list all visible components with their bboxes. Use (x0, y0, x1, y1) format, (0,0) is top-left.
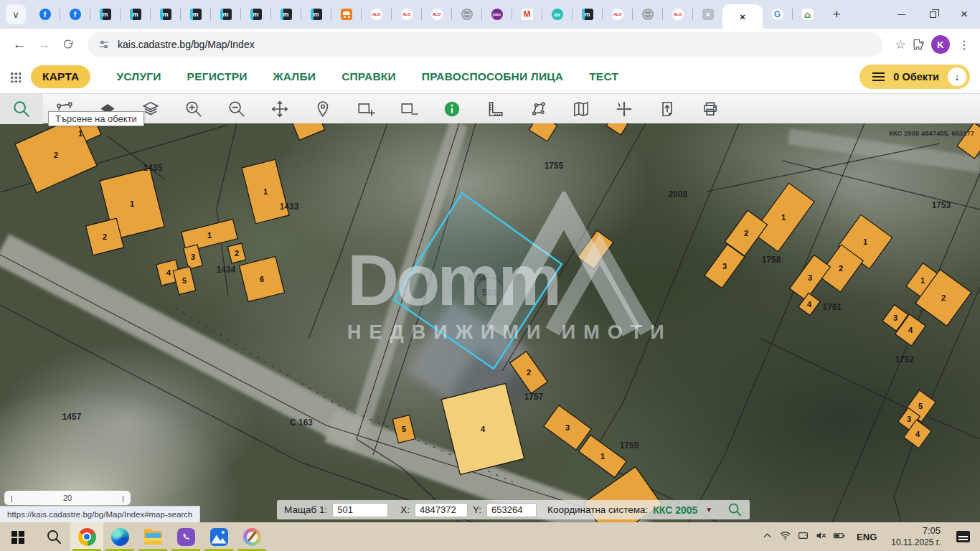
menu-item-услуги[interactable]: УСЛУГИ (116, 70, 161, 83)
site-info-icon[interactable] (98, 38, 110, 51)
parcel-number: 1435 (143, 163, 163, 173)
url-text[interactable]: kais.cadastre.bg/bg/Map/Index (118, 39, 255, 50)
building[interactable] (293, 123, 325, 140)
profile-avatar[interactable]: K (931, 35, 950, 54)
taskbar-chrome-button[interactable] (70, 522, 103, 551)
download-arrow-icon[interactable]: ↓ (948, 67, 966, 86)
tool-pan[interactable] (258, 94, 301, 124)
browser-tab[interactable]: M (512, 0, 542, 29)
browser-tab[interactable]: olx (542, 0, 572, 29)
tab-search-button[interactable]: ∨ (6, 4, 26, 24)
scale-input[interactable] (332, 503, 388, 517)
browser-tab[interactable]: m (90, 0, 120, 29)
tool-zoom-in[interactable] (172, 94, 215, 124)
bookmark-star-icon[interactable]: ☆ (890, 37, 911, 52)
browser-tab[interactable]: m (301, 0, 331, 29)
window-controls: × (885, 0, 980, 29)
close-button[interactable]: × (948, 0, 980, 29)
menu-item-регистри[interactable]: РЕГИСТРИ (187, 70, 248, 83)
building[interactable] (529, 123, 557, 141)
forward-button[interactable]: → (32, 32, 56, 57)
tool-measure-area[interactable] (517, 94, 560, 124)
tool-export[interactable] (646, 94, 689, 124)
device-icon[interactable] (796, 529, 810, 542)
browser-tab[interactable]: f (60, 0, 90, 29)
browser-tab[interactable]: m (181, 0, 210, 29)
tool-print[interactable] (689, 94, 732, 124)
new-tab-button[interactable]: + (826, 4, 847, 24)
browser-tab[interactable]: m (241, 0, 270, 29)
browser-tab[interactable]: m (573, 0, 602, 29)
taskbar-photos-button[interactable] (202, 522, 235, 551)
browser-tab[interactable]: ALO (422, 0, 451, 29)
back-button[interactable]: ← (7, 32, 32, 57)
browser-tab[interactable]: f (30, 0, 60, 29)
building-number: 2 (235, 249, 239, 258)
menu-item-тест[interactable]: ТЕСТ (589, 70, 618, 83)
tool-coordinate-grid[interactable] (603, 94, 646, 124)
objects-button[interactable]: 0 Обекти ↓ (859, 65, 970, 89)
taskbar-paint-button[interactable] (235, 522, 268, 551)
building-number: 3 (893, 314, 897, 322)
browser-tab[interactable] (331, 0, 361, 29)
wifi-icon[interactable] (778, 529, 792, 542)
restore-icon (930, 11, 936, 18)
action-center-icon[interactable] (956, 531, 970, 542)
tool-identify-info[interactable] (430, 94, 473, 124)
chevron-up-icon[interactable] (760, 529, 774, 542)
menu-item-карта[interactable]: КАРТА (31, 65, 90, 88)
extensions-icon[interactable] (911, 37, 925, 52)
tool-ruler[interactable] (473, 94, 517, 124)
browser-menu-kebab[interactable]: ⋮ (956, 38, 973, 52)
tool-zoom-extent-in[interactable] (344, 94, 387, 124)
map-viewport[interactable]: 501 121212345611231234123453454231 14351… (0, 123, 980, 522)
menu-item-правоспособни-лица[interactable]: ПРАВОСПОСОБНИ ЛИЦА (422, 70, 563, 83)
browser-tab[interactable]: jobs (482, 0, 512, 29)
crs-dropdown-icon[interactable]: ▼ (705, 506, 712, 514)
browser-tab[interactable] (633, 0, 662, 29)
browser-tab[interactable]: ⌂ (793, 0, 822, 29)
taskbar-start-button[interactable] (4, 522, 37, 551)
x-coordinate-input[interactable] (415, 503, 468, 517)
browser-tab[interactable] (452, 0, 481, 29)
language-indicator[interactable]: ENG (857, 532, 877, 542)
browser-tab-active[interactable]: × (722, 4, 763, 29)
tray-icons (758, 529, 848, 545)
tool-zoom-extent-out[interactable] (387, 94, 430, 124)
tool-search-objects[interactable] (0, 94, 43, 124)
apps-grid-icon[interactable] (10, 72, 21, 83)
taskbar-search-button[interactable] (37, 522, 70, 551)
browser-tab[interactable]: m (151, 0, 180, 29)
browser-tab[interactable]: ALO (663, 0, 692, 29)
browser-tab[interactable]: m (121, 0, 150, 29)
omnibox[interactable]: kais.cadastre.bg/bg/Map/Index (88, 32, 882, 57)
menu-item-справки[interactable]: СПРАВКИ (341, 70, 396, 83)
battery-icon[interactable] (832, 529, 846, 542)
tool-zoom-out[interactable] (215, 94, 258, 124)
browser-tab[interactable]: × (693, 0, 722, 29)
scale-label: Мащаб 1: (284, 504, 327, 515)
paint-icon (243, 528, 261, 546)
taskbar-clock[interactable]: 7:05 10.11.2025 г. (891, 525, 941, 547)
volume-muted-icon[interactable] (814, 529, 828, 542)
crs-value[interactable]: ККС 2005 (653, 504, 697, 516)
minimize-button[interactable] (885, 0, 917, 29)
statusbar-search-icon[interactable] (727, 502, 743, 517)
y-coordinate-input[interactable] (486, 503, 537, 517)
building[interactable] (606, 123, 628, 135)
browser-tab[interactable]: ALO (362, 0, 391, 29)
browser-tab[interactable]: G (763, 0, 792, 29)
taskbar-viber-button[interactable] (169, 522, 202, 551)
browser-tab[interactable]: m (211, 0, 240, 29)
restore-button[interactable] (917, 0, 948, 29)
menu-item-жалби[interactable]: ЖАЛБИ (273, 70, 316, 83)
reload-button[interactable] (56, 32, 80, 57)
browser-tab[interactable]: ALO (603, 0, 632, 29)
browser-tab[interactable]: ALO (392, 0, 421, 29)
browser-tab[interactable]: m (271, 0, 301, 29)
building-number: 1 (781, 213, 786, 222)
tool-locate[interactable] (301, 94, 344, 124)
tool-map-sheets[interactable] (560, 94, 603, 124)
taskbar-explorer-button[interactable] (136, 522, 169, 551)
taskbar-edge-button[interactable] (103, 522, 136, 551)
